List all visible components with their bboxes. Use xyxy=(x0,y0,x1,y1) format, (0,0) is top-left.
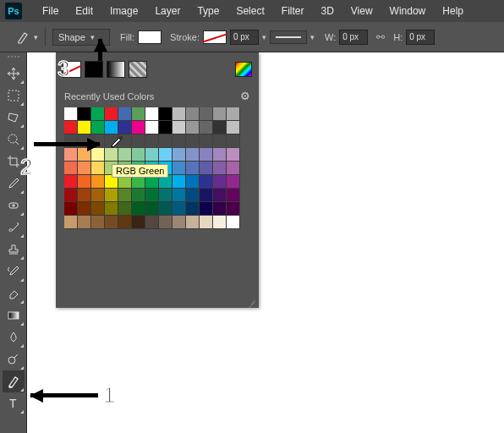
panel-drag-handle[interactable] xyxy=(3,56,25,61)
swatch-cell[interactable] xyxy=(186,189,200,202)
swatch-cell[interactable] xyxy=(173,121,186,134)
stroke-swatch[interactable] xyxy=(203,30,227,44)
swatch-cell[interactable] xyxy=(64,107,78,121)
swatch-cell[interactable] xyxy=(213,162,227,175)
swatch-cell[interactable] xyxy=(227,148,240,162)
type-tool[interactable]: T xyxy=(3,392,25,414)
fill-swatch[interactable] xyxy=(138,30,162,44)
swatch-cell[interactable] xyxy=(105,121,118,134)
swatch-cell[interactable] xyxy=(186,216,200,229)
swatch-cell[interactable] xyxy=(200,202,213,216)
swatch-cell[interactable] xyxy=(159,202,173,216)
eraser-tool[interactable] xyxy=(3,282,25,304)
swatch-cell[interactable] xyxy=(91,202,105,216)
link-wh-icon[interactable]: ⚯ xyxy=(376,31,385,43)
menu-window[interactable]: Window xyxy=(381,5,435,17)
swatch-cell[interactable] xyxy=(64,175,78,189)
swatch-cell[interactable] xyxy=(132,121,145,134)
gear-icon[interactable]: ⚙ xyxy=(240,90,250,102)
swatch-cell[interactable] xyxy=(132,189,145,202)
swatch-cell[interactable] xyxy=(145,148,159,162)
swatch-cell[interactable] xyxy=(200,148,213,162)
swatch-cell[interactable] xyxy=(213,107,227,121)
dodge-tool[interactable] xyxy=(3,348,25,370)
swatch-cell[interactable] xyxy=(145,107,159,121)
swatch-cell[interactable] xyxy=(159,107,173,121)
swatch-cell[interactable] xyxy=(145,216,159,229)
swatch-cell[interactable] xyxy=(145,121,159,134)
pen-tool-indicator-icon[interactable] xyxy=(15,30,30,45)
menu-select[interactable]: Select xyxy=(227,5,272,17)
swatch-cell[interactable] xyxy=(145,189,159,202)
swatch-cell[interactable] xyxy=(118,107,132,121)
swatch-cell[interactable] xyxy=(78,107,91,121)
swatch-cell[interactable] xyxy=(173,175,186,189)
swatch-cell[interactable] xyxy=(200,216,213,229)
menu-view[interactable]: View xyxy=(342,5,381,17)
stamp-tool[interactable] xyxy=(3,238,25,260)
color-picker-button[interactable] xyxy=(235,62,252,77)
resize-grip[interactable] xyxy=(248,297,256,305)
swatch-cell[interactable] xyxy=(132,148,145,162)
swatch-cell[interactable] xyxy=(186,107,200,121)
swatch-cell[interactable] xyxy=(118,216,132,229)
marquee-tool[interactable] xyxy=(3,85,25,107)
swatch-cell[interactable] xyxy=(105,216,118,229)
menu-filter[interactable]: Filter xyxy=(273,5,313,17)
swatch-cell[interactable] xyxy=(227,202,240,216)
swatch-cell[interactable] xyxy=(173,162,186,175)
swatch-cell[interactable] xyxy=(200,107,213,121)
swatch-cell[interactable] xyxy=(173,189,186,202)
swatch-cell[interactable] xyxy=(186,121,200,134)
swatch-cell[interactable] xyxy=(159,121,173,134)
swatch-cell[interactable] xyxy=(78,121,91,134)
swatch-cell[interactable] xyxy=(64,162,78,175)
quick-select-tool[interactable] xyxy=(3,129,25,151)
swatch-cell[interactable] xyxy=(78,216,91,229)
menu-layer[interactable]: Layer xyxy=(146,5,189,17)
swatch-cell[interactable] xyxy=(91,175,105,189)
swatch-cell[interactable] xyxy=(105,189,118,202)
swatch-cell[interactable] xyxy=(213,216,227,229)
swatch-cell[interactable] xyxy=(78,162,91,175)
swatch-cell[interactable] xyxy=(186,175,200,189)
chevron-down-icon[interactable]: ▾ xyxy=(310,33,315,41)
swatch-cell[interactable] xyxy=(132,202,145,216)
swatch-cell[interactable] xyxy=(78,202,91,216)
swatch-cell[interactable] xyxy=(91,189,105,202)
menu-help[interactable]: Help xyxy=(434,5,472,17)
polygon-lasso-tool[interactable] xyxy=(3,107,25,129)
menu-image[interactable]: Image xyxy=(101,5,146,17)
brush-tool[interactable] xyxy=(3,216,25,238)
menu-3d[interactable]: 3D xyxy=(312,5,342,17)
swatch-cell[interactable] xyxy=(91,107,105,121)
swatch-cell[interactable] xyxy=(78,189,91,202)
blur-tool[interactable] xyxy=(3,326,25,348)
swatch-cell[interactable] xyxy=(64,121,78,134)
swatch-cell[interactable] xyxy=(227,216,240,229)
swatch-cell[interactable] xyxy=(78,175,91,189)
height-field[interactable]: 0 px xyxy=(406,30,435,45)
swatch-cell[interactable] xyxy=(91,162,105,175)
swatch-cell[interactable] xyxy=(173,202,186,216)
swatch-cell[interactable] xyxy=(186,162,200,175)
swatch-cell[interactable] xyxy=(200,162,213,175)
menu-edit[interactable]: Edit xyxy=(67,5,101,17)
width-field[interactable]: 0 px xyxy=(339,30,368,45)
stroke-width-field[interactable]: 0 px xyxy=(230,30,259,45)
swatch-cell[interactable] xyxy=(159,148,173,162)
swatch-cell[interactable] xyxy=(64,202,78,216)
swatch-cell[interactable] xyxy=(213,189,227,202)
swatch-cell[interactable] xyxy=(105,202,118,216)
swatch-cell[interactable] xyxy=(118,189,132,202)
chevron-down-icon[interactable]: ▾ xyxy=(262,33,266,41)
swatch-cell[interactable] xyxy=(132,216,145,229)
swatch-cell[interactable] xyxy=(200,175,213,189)
swatch-cell[interactable] xyxy=(200,121,213,134)
swatch-cell[interactable] xyxy=(227,107,240,121)
gradient-tool[interactable] xyxy=(3,304,25,326)
tool-preset-chevron-icon[interactable]: ▾ xyxy=(34,33,38,41)
swatch-cell[interactable] xyxy=(227,121,240,134)
swatch-cell[interactable] xyxy=(213,175,227,189)
swatch-cell[interactable] xyxy=(91,121,105,134)
